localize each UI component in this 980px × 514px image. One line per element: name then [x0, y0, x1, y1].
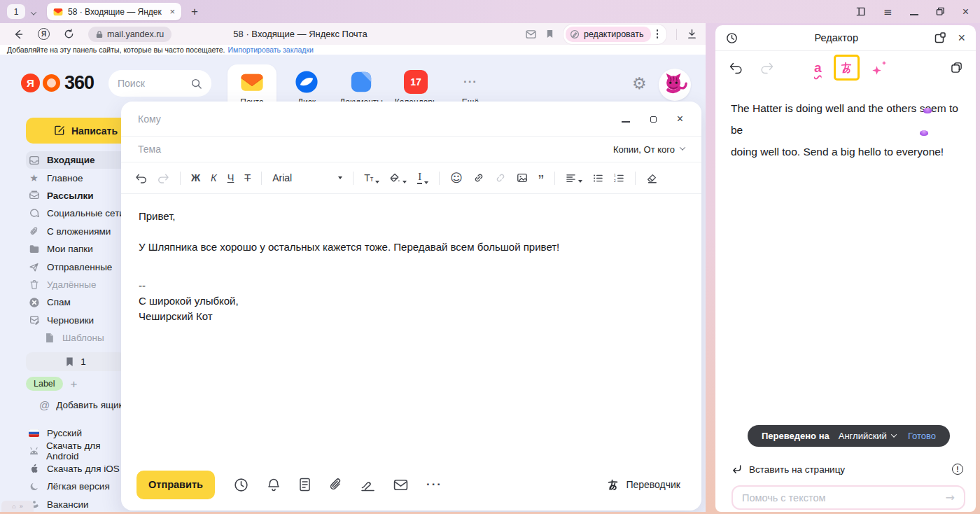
more-options-icon[interactable]: ··· [426, 478, 442, 492]
add-mailbox-item[interactable]: @ Добавить ящик [39, 399, 123, 411]
bullet-list-icon[interactable] [593, 174, 603, 183]
signature-pen-icon[interactable] [360, 478, 375, 492]
insert-image-icon[interactable] [517, 172, 528, 183]
search-input[interactable] [118, 78, 190, 89]
panel-close-icon[interactable]: × [958, 32, 965, 44]
reload-icon[interactable] [64, 29, 74, 39]
ai-prompt-field[interactable]: → [732, 485, 965, 510]
folder-list: Входящие ★ Главное Рассылки Социальные с… [26, 151, 131, 347]
compose-to-row[interactable]: Кому × [121, 102, 701, 137]
yandex-360-logo[interactable]: Я 360 [21, 72, 94, 94]
translated-text[interactable]: The Hatter is doing well and the others … [715, 84, 976, 162]
cc-from-toggle[interactable]: Копии, От кого [613, 144, 685, 155]
tab-close-icon[interactable]: × [169, 7, 175, 16]
ai-prompt-input[interactable] [742, 492, 946, 503]
redo-icon[interactable] [158, 173, 169, 183]
schedule-send-icon[interactable] [234, 478, 248, 492]
address-domain-chip[interactable]: mail.yandex.ru [88, 27, 172, 42]
extension-more-icon[interactable] [657, 29, 659, 39]
insert-to-page-action[interactable]: Вставить на страницу ! [732, 464, 963, 475]
light-version-link[interactable]: Лёгкая версия [26, 478, 131, 495]
window-restore-icon[interactable] [936, 7, 945, 16]
text-color-select[interactable]: I [417, 172, 428, 184]
mail-search[interactable] [108, 70, 211, 97]
corner-widget-chip[interactable]: ⌂» [1, 501, 34, 512]
emoji-icon[interactable]: ☺ [450, 171, 463, 185]
sidebar-item-trash[interactable]: Удалённые [26, 276, 131, 293]
done-button[interactable]: Готово [908, 431, 936, 441]
edit-extension-button[interactable]: редактировать [564, 25, 666, 44]
bookmark-flag-icon[interactable] [546, 29, 554, 39]
message-body[interactable]: Привет, У Шляпника все хорошо у остальны… [121, 194, 701, 339]
download-android-link[interactable]: Скачать для Android [26, 442, 131, 459]
open-in-window-icon[interactable] [934, 32, 946, 43]
downloads-icon[interactable] [687, 29, 697, 39]
strikethrough-button[interactable]: Т [244, 172, 251, 183]
align-select[interactable] [566, 174, 582, 183]
font-size-select[interactable]: Tт [364, 172, 379, 183]
new-tab-button[interactable]: + [191, 6, 198, 18]
compose-subject-row[interactable]: Тема Копии, От кого [121, 137, 701, 162]
eraser-icon[interactable] [646, 173, 657, 183]
sidebar-item-main[interactable]: ★ Главное [26, 169, 131, 186]
side-panel-toggle-icon[interactable] [855, 6, 866, 17]
history-clock-icon[interactable] [726, 32, 738, 44]
yandex-button-icon[interactable]: Я [38, 28, 50, 40]
sidebar-item-spam[interactable]: Спам [26, 293, 131, 311]
sidebar-item-sent[interactable]: Отправленные [26, 258, 131, 275]
italic-button[interactable]: К [211, 172, 217, 183]
sidebar-item-attachments[interactable]: С вложениями [26, 223, 131, 240]
reminder-bell-icon[interactable] [267, 478, 281, 492]
fill-color-select[interactable] [390, 173, 407, 183]
numbered-list-icon[interactable]: 12 [614, 174, 624, 183]
undo-icon[interactable] [135, 173, 147, 183]
send-button[interactable]: Отправить [136, 471, 215, 499]
language-select[interactable]: Английский [839, 431, 896, 441]
vacancies-link[interactable]: Вакансии [26, 496, 131, 512]
underline-button[interactable]: Ч [227, 172, 234, 183]
compose-minimize-icon[interactable] [622, 113, 630, 125]
translate-button-highlighted[interactable] [834, 55, 860, 81]
sidebar-item-drafts[interactable]: Черновики [26, 312, 131, 329]
import-bookmarks-link[interactable]: Импортировать закладки [227, 46, 313, 54]
sidebar-bookmarks-count[interactable]: 1 [26, 352, 125, 371]
compose-close-icon[interactable]: × [677, 113, 683, 125]
download-ios-link[interactable]: Скачать для iOS [26, 460, 131, 478]
link-icon[interactable] [473, 172, 484, 183]
tab-list-chevron-icon[interactable] [31, 6, 36, 18]
sidebar-item-templates[interactable]: Шаблоны [26, 329, 131, 347]
settings-gear-icon[interactable]: ⚙ [632, 74, 647, 92]
add-label-icon[interactable]: + [71, 378, 78, 390]
copy-icon[interactable] [951, 62, 962, 74]
compose-expand-icon[interactable] [650, 113, 657, 125]
font-family-select[interactable]: Arial [272, 172, 342, 183]
user-avatar[interactable] [659, 69, 691, 101]
tab-group-counter[interactable]: 1 [7, 4, 25, 19]
window-minimize-icon[interactable] [910, 6, 918, 18]
chat-bubble-icon [28, 208, 40, 219]
translator-button[interactable]: Переводчик [606, 478, 680, 492]
sidebar-item-social[interactable]: Социальные сети [26, 204, 131, 222]
language-link[interactable]: Русский [26, 424, 131, 442]
checklist-icon[interactable] [299, 478, 311, 492]
sidebar-item-inbox[interactable]: Входящие [26, 151, 131, 169]
info-icon[interactable]: ! [952, 464, 963, 475]
mail-notify-icon[interactable] [526, 30, 536, 39]
panel-undo-icon[interactable] [729, 62, 743, 74]
bold-button[interactable]: Ж [191, 172, 200, 183]
sidebar-item-newsletters[interactable]: Рассылки [26, 187, 131, 204]
submit-arrow-icon[interactable]: → [946, 491, 955, 504]
browser-menu-icon[interactable]: ≡ [883, 6, 892, 18]
bookmarks-bar: Добавляйте на эту панель сайты, которые … [0, 45, 706, 55]
sidebar-item-my-folders[interactable]: Мои папки [26, 240, 131, 258]
ai-sparkles-icon[interactable] [872, 60, 887, 76]
label-tag[interactable]: Label [26, 377, 63, 391]
window-close-icon[interactable]: × [962, 6, 969, 18]
unlink-icon[interactable] [495, 172, 506, 183]
envelope-icon[interactable] [393, 479, 408, 491]
back-icon[interactable] [13, 29, 24, 40]
browser-tab[interactable]: 58 · Входящие — Яндек × [47, 3, 181, 20]
attach-file-icon[interactable] [329, 478, 342, 492]
panel-redo-icon[interactable] [760, 62, 774, 74]
spellcheck-button[interactable]: a [814, 60, 822, 76]
